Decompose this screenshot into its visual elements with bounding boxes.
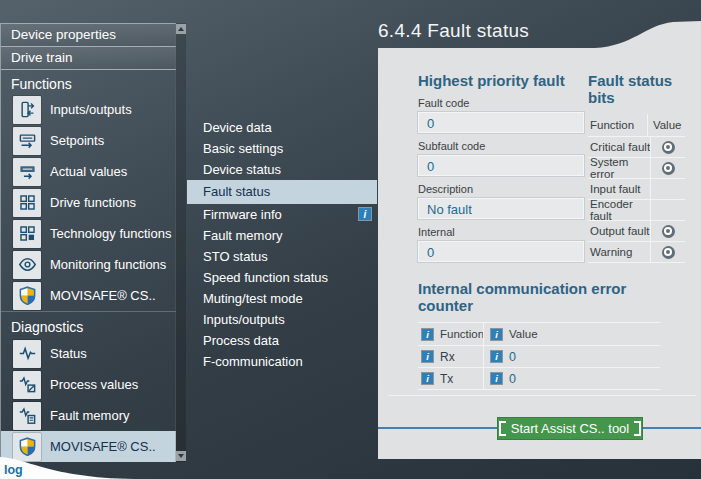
sidebar-item-label: Actual values	[50, 164, 127, 179]
menu-item-process-data[interactable]: Process data	[187, 330, 377, 351]
row-label: Rx	[440, 350, 455, 364]
row-label: Tx	[440, 372, 453, 386]
empty-value-cell	[650, 200, 685, 220]
status-indicator-icon	[662, 225, 675, 238]
column-header-function: Function	[440, 328, 484, 340]
process-values-icon	[13, 371, 41, 399]
menu-item-sto-status[interactable]: STO status	[187, 246, 377, 267]
row-label: System error	[588, 156, 650, 180]
status-indicator-icon	[662, 162, 675, 175]
sidebar-item-label: Inputs/outputs	[50, 102, 132, 117]
log-link[interactable]: log	[4, 463, 23, 477]
description-field[interactable]: No fault	[418, 198, 584, 219]
inputs-outputs-icon	[13, 96, 41, 124]
sidebar-item-technology-functions[interactable]: Technology functions	[1, 218, 176, 249]
section-heading: Fault status bits	[588, 72, 688, 106]
sidebar-item-inputs-outputs[interactable]: Inputs/outputs	[1, 94, 176, 125]
row-label: Warning	[588, 246, 650, 258]
column-header-value: Value	[509, 328, 538, 340]
menu-item-fault-status[interactable]: Fault status	[187, 180, 377, 204]
sidebar-item-fault-memory[interactable]: Fault memory	[1, 400, 176, 431]
row-label: Output fault	[588, 225, 650, 237]
column-header-value: Value	[647, 114, 685, 136]
info-icon[interactable]: i	[358, 207, 372, 221]
info-icon[interactable]: i	[490, 350, 503, 363]
actual-values-icon	[13, 158, 41, 186]
table-row-output-fault: Output fault	[588, 221, 685, 242]
table-row-critical-fault: Critical fault	[588, 137, 685, 158]
sidebar-scrollbar[interactable]	[175, 23, 186, 462]
start-assist-tool-button[interactable]: Start Assist CS.. tool	[497, 417, 643, 440]
tx-counter-value: 0	[509, 372, 516, 386]
info-icon[interactable]: i	[421, 372, 434, 385]
sidebar-item-drive-functions[interactable]: Drive functions	[1, 187, 176, 218]
menu-item-muting-test-mode[interactable]: Muting/test mode	[187, 288, 377, 309]
info-icon[interactable]: i	[490, 328, 503, 341]
fault-code-field[interactable]: 0	[418, 112, 584, 133]
table-row-input-fault: Input fault	[588, 179, 685, 200]
info-icon[interactable]: i	[421, 328, 434, 341]
technology-functions-icon	[13, 220, 41, 248]
info-icon[interactable]: i	[421, 350, 434, 363]
sidebar-item-status[interactable]: Status	[1, 338, 176, 369]
sidebar-item-movisafe-functions[interactable]: MOVISAFE® CS..	[1, 280, 176, 311]
menu-item-device-data[interactable]: Device data	[187, 117, 377, 138]
field-subfault-code: Subfault code 0	[418, 140, 588, 176]
row-label: Input fault	[588, 183, 650, 195]
app-window: Device properties Drive train Functions …	[0, 0, 701, 479]
status-indicator-icon	[662, 246, 675, 259]
menu-item-fault-memory[interactable]: Fault memory	[187, 225, 377, 246]
field-label: Internal	[418, 226, 588, 238]
field-label: Description	[418, 183, 588, 195]
status-icon	[13, 340, 41, 368]
sidebar-item-actual-values[interactable]: Actual values	[1, 156, 176, 187]
table-header-row: i Function i Value	[418, 323, 660, 346]
sidebar-item-label: MOVISAFE® CS..	[50, 288, 156, 303]
table-row-system-error: System error	[588, 158, 685, 179]
scroll-down-button[interactable]	[176, 451, 186, 461]
sidebar: Device properties Drive train Functions …	[0, 23, 186, 462]
menu-item-speed-function-status[interactable]: Speed function status	[187, 267, 377, 288]
table-row-rx: i Rx i 0	[418, 346, 660, 368]
sidebar-item-label: Fault memory	[50, 408, 129, 423]
sidebar-item-label: Setpoints	[50, 133, 104, 148]
sidebar-item-label: Status	[50, 346, 87, 361]
setpoints-icon	[13, 127, 41, 155]
focus-bracket-right-icon	[634, 421, 641, 436]
scroll-up-button[interactable]	[176, 24, 186, 34]
section-heading: Highest priority fault	[418, 72, 588, 89]
field-label: Subfault code	[418, 140, 588, 152]
menu-item-inputs-outputs[interactable]: Inputs/outputs	[187, 309, 377, 330]
rx-counter-value: 0	[509, 350, 516, 364]
sidebar-item-drive-train[interactable]: Drive train	[1, 47, 176, 70]
table-header-row: Function Value	[588, 114, 685, 137]
fault-memory-icon	[13, 402, 41, 430]
sidebar-item-label: Process values	[50, 377, 138, 392]
sidebar-item-setpoints[interactable]: Setpoints	[1, 125, 176, 156]
submenu: Device data Basic settings Device status…	[187, 117, 377, 372]
status-indicator-icon	[662, 141, 675, 154]
internal-field[interactable]: 0	[418, 241, 584, 262]
field-label: Fault code	[418, 97, 588, 109]
info-icon[interactable]: i	[490, 372, 503, 385]
drive-functions-icon	[13, 189, 41, 217]
menu-item-device-status[interactable]: Device status	[187, 159, 377, 180]
sidebar-item-label: Monitoring functions	[50, 257, 166, 272]
field-fault-code: Fault code 0	[418, 97, 588, 133]
triangle-up-icon	[178, 27, 184, 31]
menu-item-basic-settings[interactable]: Basic settings	[187, 138, 377, 159]
subfault-code-field[interactable]: 0	[418, 155, 584, 176]
section-highest-priority-fault: Highest priority fault Fault code 0 Subf…	[418, 72, 588, 269]
menu-item-firmware-info[interactable]: Firmware info i	[187, 204, 377, 225]
sidebar-item-label: MOVISAFE® CS..	[50, 439, 156, 454]
section-fault-status-bits: Fault status bits Function Value Critica…	[588, 72, 688, 263]
sidebar-rows: Device properties Drive train Functions …	[0, 23, 176, 462]
table-row-tx: i Tx i 0	[418, 368, 660, 390]
page-title: 6.4.4 Fault status	[378, 20, 529, 42]
sidebar-section-functions: Functions	[1, 70, 176, 94]
sidebar-item-process-values[interactable]: Process values	[1, 369, 176, 400]
sidebar-item-monitoring-functions[interactable]: Monitoring functions	[1, 249, 176, 280]
menu-item-f-communication[interactable]: F-communication	[187, 351, 377, 372]
sidebar-item-device-properties[interactable]: Device properties	[1, 23, 176, 47]
shield-icon	[13, 282, 41, 310]
